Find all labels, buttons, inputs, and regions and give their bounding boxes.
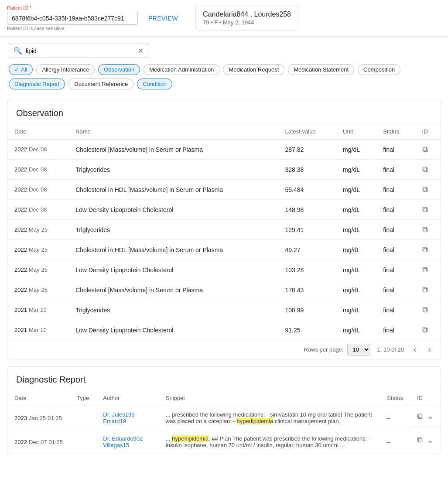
dr-col-id: ID: [410, 390, 441, 406]
filter-chip-medication-request[interactable]: Medication Request: [223, 64, 284, 75]
copy-icon[interactable]: [422, 165, 428, 174]
obs-id-copy[interactable]: [415, 240, 441, 260]
obs-unit: mg/dL: [336, 320, 376, 340]
patient-info-box: Candelaria844 , Lourdes258 79 • F • May …: [195, 6, 298, 31]
obs-col-name: Name: [68, 124, 278, 140]
obs-col-status: Status: [376, 124, 415, 140]
obs-date: 2022May25: [7, 280, 68, 300]
copy-icon[interactable]: [422, 145, 428, 154]
search-input[interactable]: [26, 48, 138, 55]
dr-col-status: Status: [380, 390, 410, 406]
obs-id-copy[interactable]: [415, 320, 441, 340]
rows-per-page-select[interactable]: 10 20 50: [347, 344, 370, 356]
copy-icon[interactable]: [417, 435, 423, 444]
obs-status: final: [376, 240, 415, 260]
patient-name: Candelaria844 , Lourdes258: [203, 10, 291, 18]
observation-row: 2022Dec08 Cholesterol [Mass/volume] in S…: [7, 140, 441, 160]
search-box: 🔍 ✕: [9, 44, 148, 58]
filter-chip-observation[interactable]: Observation: [98, 64, 140, 75]
filter-chip-all[interactable]: ✓All: [9, 64, 33, 75]
copy-icon[interactable]: [417, 412, 423, 421]
obs-name: Triglycerides: [68, 160, 278, 180]
diagnostic-report-title: Diagnostic Report: [7, 367, 441, 390]
obs-unit: mg/dL: [336, 180, 376, 200]
dr-snippet: ... prescribed the following medications…: [159, 406, 380, 430]
obs-id-copy[interactable]: [415, 280, 441, 300]
copy-icon[interactable]: [422, 305, 428, 314]
search-icon: 🔍: [14, 47, 22, 55]
obs-value: 55.484: [278, 180, 336, 200]
observation-row: 2022May25 Cholesterol in HDL [Mass/volum…: [7, 240, 441, 260]
prev-page-button[interactable]: ‹: [411, 344, 419, 355]
obs-date: 2022May25: [7, 240, 68, 260]
filter-chip-diagnostic-report[interactable]: Diagnostic Report: [9, 79, 65, 89]
expand-icon[interactable]: ⌄: [427, 411, 434, 421]
observation-row: 2021Mar10 Low Density Lipoprotein Choles…: [7, 320, 441, 340]
obs-col-unit: Unit: [336, 124, 376, 140]
obs-id-copy[interactable]: [415, 140, 441, 160]
diagnostic-report-table: DateTypeAuthorSnippetStatusID 2023Jan250…: [7, 390, 441, 454]
copy-icon[interactable]: [422, 185, 428, 194]
obs-id-copy[interactable]: [415, 220, 441, 240]
obs-date: 2022Dec08: [7, 160, 68, 180]
obs-value: 129.41: [278, 220, 336, 240]
patient-id-hint: Patient ID is case sensitive: [7, 26, 138, 31]
obs-col-id: ID: [415, 124, 441, 140]
patient-id-input[interactable]: [7, 12, 138, 25]
filter-chip-medication-administration[interactable]: Medication Administration: [144, 64, 219, 75]
dr-col-type: Type: [70, 390, 96, 406]
copy-icon[interactable]: [422, 205, 428, 214]
obs-status: final: [376, 260, 415, 280]
obs-unit: mg/dL: [336, 260, 376, 280]
filter-chip-allergy-intolerance[interactable]: Allergy Intolerance: [36, 64, 95, 75]
patient-id-label: Patient ID *: [7, 5, 138, 10]
dr-col-author: Author: [96, 390, 159, 406]
filter-chip-medication-statement[interactable]: Medication Statement: [288, 64, 354, 75]
filter-chip-composition[interactable]: Composition: [358, 64, 400, 75]
copy-icon[interactable]: [422, 325, 428, 335]
dr-date: 2023Jan2501:25: [7, 406, 70, 430]
obs-date: 2021Mar10: [7, 300, 68, 320]
obs-value: 103.28: [278, 260, 336, 280]
clear-search-icon[interactable]: ✕: [138, 47, 144, 55]
dr-snippet: ... hyperlipidemia. ## Plan The patient …: [159, 430, 380, 454]
expand-icon[interactable]: ⌄: [427, 435, 434, 445]
obs-id-copy[interactable]: [415, 260, 441, 280]
obs-id-copy[interactable]: [415, 200, 441, 220]
dr-date: 2022Dec0701:25: [7, 430, 70, 454]
snippet-highlight: hyperlipidemia: [172, 435, 209, 442]
preview-button[interactable]: PREVIEW: [148, 15, 178, 22]
patient-id-section: Patient ID * Patient ID is case sensitiv…: [7, 5, 138, 31]
obs-col-latest-value: Latest value: [278, 124, 336, 140]
filter-chip-condition[interactable]: Condition: [137, 79, 172, 89]
copy-icon[interactable]: [422, 225, 428, 234]
obs-value: 148.98: [278, 200, 336, 220]
observation-row: 2022Dec08 Triglycerides 328.38 mg/dL fin…: [7, 160, 441, 180]
copy-icon[interactable]: [422, 265, 428, 274]
obs-status: final: [376, 160, 415, 180]
copy-icon[interactable]: [422, 285, 428, 294]
dr-type: [70, 406, 96, 430]
diagnostic-report-row: 2022Dec0701:25 Dr. Eduardo902 Villegas15…: [7, 430, 441, 454]
next-page-button[interactable]: ›: [426, 344, 434, 355]
obs-date: 2021Mar10: [7, 320, 68, 340]
obs-name: Cholesterol in HDL [Mass/volume] in Seru…: [68, 180, 278, 200]
obs-col-date: Date: [7, 124, 68, 140]
obs-name: Low Density Lipoprotein Cholesterol: [68, 320, 278, 340]
obs-unit: mg/dL: [336, 220, 376, 240]
obs-status: final: [376, 280, 415, 300]
observation-title: Observation: [7, 100, 441, 124]
top-bar: Patient ID * Patient ID is case sensitiv…: [0, 0, 448, 37]
obs-unit: mg/dL: [336, 300, 376, 320]
obs-id-copy[interactable]: [415, 180, 441, 200]
dr-author: Dr. Jules135 Emard19: [96, 406, 159, 430]
search-filter-section: 🔍 ✕ ✓AllAllergy IntoleranceObservationMe…: [0, 37, 448, 96]
obs-id-copy[interactable]: [415, 160, 441, 180]
obs-id-copy[interactable]: [415, 300, 441, 320]
snippet-highlight: hyperlipidemia: [236, 418, 273, 424]
observation-pagination: Rows per page: 10 20 50 1–10 of 20 ‹ ›: [7, 340, 441, 359]
copy-icon[interactable]: [422, 245, 428, 254]
obs-status: final: [376, 200, 415, 220]
filter-chip-document-reference[interactable]: Document Reference: [68, 79, 133, 89]
observation-row: 2022May25 Low Density Lipoprotein Choles…: [7, 260, 441, 280]
